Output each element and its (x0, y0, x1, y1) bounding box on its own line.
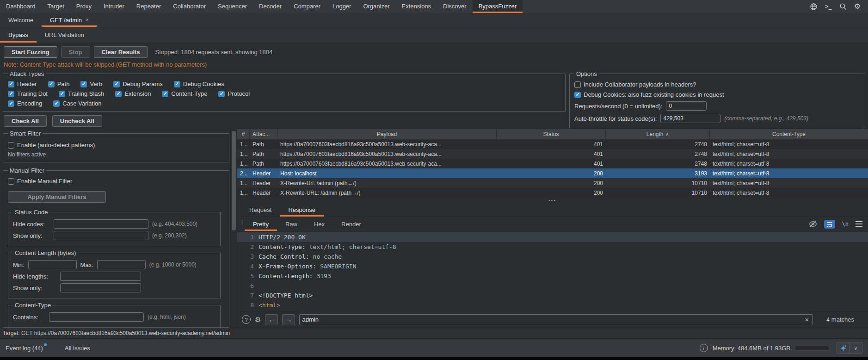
code-line: 6 (237, 281, 868, 291)
column-header-num[interactable]: # (237, 129, 250, 139)
checkbox-box (574, 92, 581, 98)
checkbox-encoding[interactable]: Encoding (8, 100, 42, 107)
max-length-input[interactable] (97, 260, 146, 269)
sort-ascending-icon: ∧ (666, 132, 669, 137)
stop-button[interactable]: Stop (61, 46, 90, 58)
browser-globe-icon[interactable] (810, 3, 818, 11)
viewer-menu-icon[interactable] (856, 221, 862, 227)
tab-bypassfuzzer[interactable]: BypassFuzzer (473, 0, 523, 13)
table-viewer-splitter[interactable]: ••• (237, 198, 868, 203)
checkbox-path[interactable]: Path (48, 81, 70, 87)
hide-lengths-input[interactable] (60, 272, 141, 281)
checkbox-manual-filter-enable[interactable]: Enable Manual Filter (8, 178, 72, 185)
checkbox-trailing-dot[interactable]: Trailing Dot (8, 90, 48, 97)
checkbox-debug-cookies-fuzz[interactable]: Debug Cookies: also fuzz existing cookie… (574, 91, 724, 98)
ai-dropdown-button[interactable]: ∨ (850, 342, 862, 354)
checkbox-collaborator-payloads[interactable]: Include Collaborator payloads in headers… (574, 81, 696, 88)
previous-match-button[interactable]: ← (265, 314, 278, 325)
tab-response[interactable]: Response (280, 203, 324, 217)
tab-decoder[interactable]: Decoder (253, 0, 288, 13)
filters-scrollbar[interactable] (230, 129, 237, 328)
subtab-hex[interactable]: Hex (306, 217, 333, 231)
tab-get-admin[interactable]: GET /admin × (42, 13, 97, 27)
table-row-selected[interactable]: 2... Header Host: localhost 200 3193 tex… (237, 168, 868, 178)
options-section: Options Include Collaborator payloads in… (569, 70, 865, 128)
settings-gear-icon[interactable]: ⚙ (854, 3, 861, 10)
search-settings-icon[interactable]: ⚙ (255, 316, 261, 323)
column-header-length[interactable]: Length∧ (606, 129, 710, 139)
tab-target[interactable]: Target (42, 0, 70, 13)
checkbox-protocol[interactable]: Protocol (218, 90, 250, 97)
checkbox-header[interactable]: Header (8, 81, 37, 87)
tab-dashboard[interactable]: Dashboard (0, 0, 42, 13)
table-row[interactable]: 1... Header X-Rewrite-Url: /admin (path→… (237, 178, 868, 188)
tab-collaborator[interactable]: Collaborator (167, 0, 212, 13)
tab-comparer[interactable]: Comparer (288, 0, 326, 13)
tab-proxy[interactable]: Proxy (70, 0, 98, 13)
table-row[interactable]: 1... Path https://0a70007603faecbd816a93… (237, 139, 868, 149)
tab-extensions[interactable]: Extensions (396, 0, 437, 13)
memory-usage-bar (795, 346, 829, 351)
checkbox-trailing-slash[interactable]: Trailing Slash (59, 90, 104, 97)
throttle-input[interactable] (660, 114, 720, 123)
tab-welcome[interactable]: Welcome (0, 13, 42, 27)
checkbox-extension[interactable]: Extension (115, 90, 151, 97)
apply-manual-filters-button[interactable]: Apply Manual Filters (8, 191, 106, 203)
tab-discover[interactable]: Discover (437, 0, 473, 13)
subtab-render[interactable]: Render (333, 217, 369, 231)
show-only-codes-input[interactable] (54, 231, 148, 240)
table-row[interactable]: 1... Path https://0a70007603faecbd816a93… (237, 149, 868, 159)
subtab-pretty[interactable]: Pretty (245, 217, 277, 231)
clear-results-button[interactable]: Clear Results (94, 46, 148, 58)
content-type-note: Note: Content-Type attack will be skippe… (0, 60, 868, 70)
tab-repeater[interactable]: Repeater (130, 0, 167, 13)
subtab-raw[interactable]: Raw (277, 217, 306, 231)
column-header-payload[interactable]: Payload (277, 129, 497, 139)
checkbox-content-type[interactable]: Content-Type (162, 90, 207, 97)
table-row[interactable]: 1... Path https://0a70007603faecbd816a93… (237, 159, 868, 168)
column-header-attack[interactable]: Attac... (250, 129, 277, 139)
column-header-status[interactable]: Status (497, 129, 606, 139)
next-match-button[interactable]: → (282, 314, 295, 325)
checkbox-debug-params[interactable]: Debug Params (113, 81, 163, 87)
checkbox-verb[interactable]: Verb (80, 81, 102, 87)
mode-tabs: Bypass URL Validation (0, 27, 868, 43)
menubar-icons: >_ ⚙ (810, 0, 868, 13)
show-newlines-icon[interactable]: \n (842, 221, 849, 227)
contains-input[interactable] (49, 312, 144, 322)
terminal-icon[interactable]: >_ (825, 3, 831, 10)
scrollbar-thumb[interactable] (232, 131, 236, 230)
column-header-content-type[interactable]: Content-Type (710, 129, 868, 139)
tab-logger[interactable]: Logger (326, 0, 357, 13)
search-help-icon[interactable]: ? (242, 315, 251, 324)
hide-nonprintable-icon[interactable] (809, 220, 817, 228)
burp-ai-button[interactable] (837, 342, 850, 354)
all-issues-link[interactable]: All issues (65, 345, 90, 352)
hide-codes-input[interactable] (54, 219, 148, 229)
checkbox-case-variation[interactable]: Case Variation (53, 100, 101, 107)
min-length-input[interactable] (28, 260, 77, 269)
clear-search-icon[interactable]: × (805, 316, 809, 323)
tab-url-validation[interactable]: URL Validation (37, 27, 92, 43)
close-tab-icon[interactable]: × (86, 17, 89, 23)
checkbox-box (115, 91, 122, 97)
tab-bypass[interactable]: Bypass (0, 27, 37, 43)
word-wrap-icon[interactable] (824, 220, 835, 229)
table-row[interactable]: 1... Header X-Rewrite-URL: /admin (path→… (237, 188, 868, 198)
event-log-link[interactable]: Event log (44) (6, 345, 47, 352)
checkbox-smart-filter-enable[interactable]: Enable (auto-detect patterns) (8, 142, 95, 149)
tab-organizer[interactable]: Organizer (357, 0, 395, 13)
search-icon[interactable] (839, 3, 847, 10)
show-only-lengths-input[interactable] (60, 283, 141, 292)
tab-sequencer[interactable]: Sequencer (212, 0, 253, 13)
checkbox-debug-cookies[interactable]: Debug Cookies (174, 81, 224, 87)
tab-intruder[interactable]: Intruder (98, 0, 130, 13)
uncheck-all-button[interactable]: Uncheck All (52, 115, 102, 127)
tab-request[interactable]: Request (241, 203, 280, 217)
rps-input[interactable] (666, 101, 707, 111)
start-fuzzing-button[interactable]: Start Fuzzing (4, 46, 57, 58)
code-line: 5Content-Length:3193 (237, 271, 868, 281)
check-all-button[interactable]: Check All (4, 115, 47, 127)
search-input[interactable] (299, 314, 813, 325)
memory-info-icon[interactable]: i (700, 344, 708, 352)
